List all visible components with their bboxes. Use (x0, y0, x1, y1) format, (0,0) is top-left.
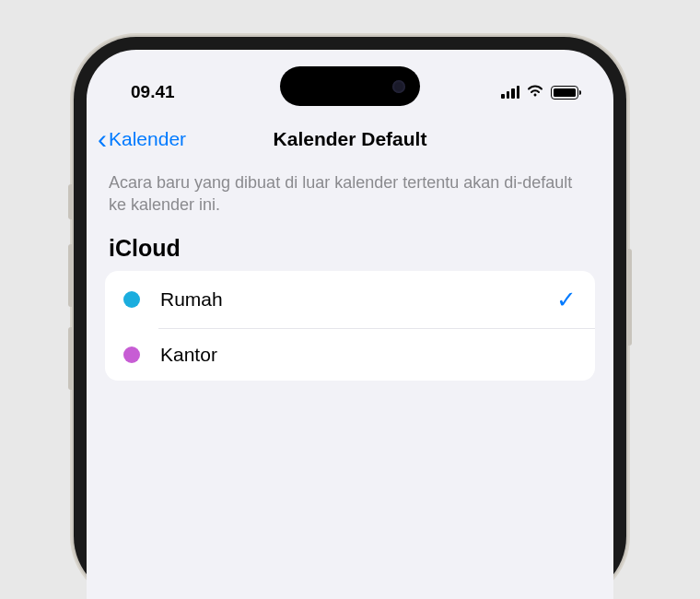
dynamic-island (280, 66, 420, 106)
status-indicators (501, 83, 578, 101)
navigation-bar: ‹ Kalender Kalender Default (87, 112, 613, 168)
phone-device-frame: 09.41 ‹ Kal (74, 37, 626, 599)
page-title: Kalender Default (274, 128, 427, 150)
wifi-icon (526, 83, 544, 101)
battery-icon (551, 86, 578, 100)
calendar-option-kantor[interactable]: Kantor (105, 329, 595, 381)
section-description: Acara baru yang dibuat di luar kalender … (87, 168, 613, 235)
calendar-option-label: Kantor (160, 344, 577, 366)
phone-side-button (68, 184, 74, 219)
calendar-option-label: Rumah (160, 288, 556, 311)
status-time: 09.41 (131, 82, 175, 102)
back-button-label: Kalender (109, 128, 186, 150)
front-camera-icon (392, 80, 405, 93)
checkmark-icon: ✓ (556, 286, 577, 314)
calendar-color-dot-icon (123, 346, 140, 363)
phone-volume-down (68, 327, 74, 390)
chevron-left-icon: ‹ (98, 125, 107, 153)
phone-screen: 09.41 ‹ Kal (87, 50, 613, 599)
calendar-option-rumah[interactable]: Rumah ✓ (105, 271, 595, 329)
back-button[interactable]: ‹ Kalender (98, 125, 186, 153)
cellular-signal-icon (501, 86, 519, 99)
section-header-icloud: iCloud (87, 235, 613, 271)
phone-power-button (626, 249, 632, 346)
calendar-list: Rumah ✓ Kantor (105, 271, 595, 381)
phone-volume-up (68, 244, 74, 307)
calendar-color-dot-icon (123, 291, 140, 308)
